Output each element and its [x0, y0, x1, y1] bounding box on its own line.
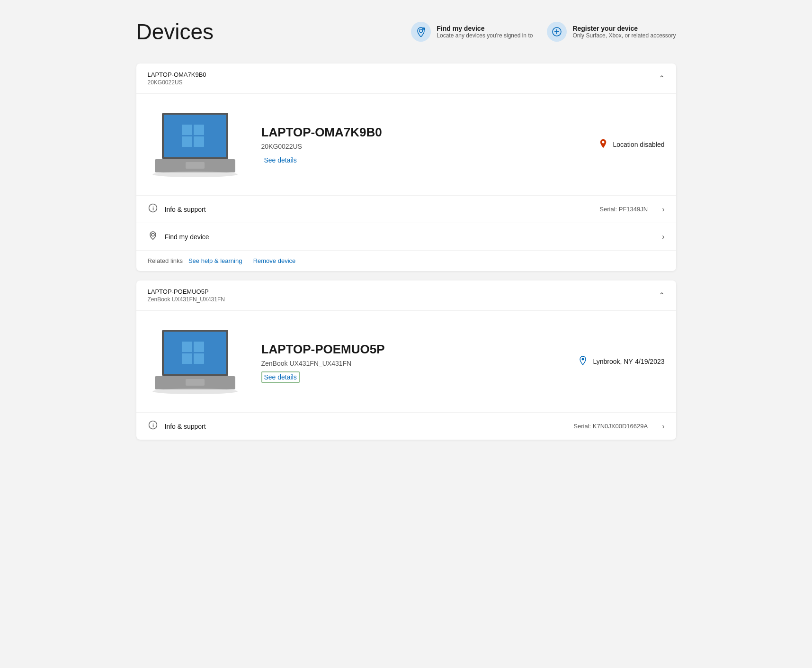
svg-rect-10 [182, 136, 192, 147]
register-device-action[interactable]: Register your device Only Surface, Xbox,… [547, 22, 676, 42]
location-enabled-icon-2 [578, 355, 588, 368]
location-city-2: Lynbrook, NY [593, 358, 633, 365]
device-image-1 [148, 108, 242, 181]
location-info-2: Lynbrook, NY 4/19/2023 [593, 357, 664, 366]
device-model-small-1: 20KG0022US [148, 79, 206, 86]
svg-text:+: + [423, 27, 425, 30]
svg-rect-13 [186, 162, 205, 169]
see-details-link-2[interactable]: See details [261, 371, 300, 383]
device-main-content-1: LAPTOP-OMA7K9B0 20KG0022US See details L… [136, 94, 676, 195]
location-text-1: Location disabled [613, 141, 665, 148]
device-header-text-2: LAPTOP-POEMUO5P ZenBook UX431FN_UX431FN [148, 288, 225, 303]
device-card-1: LAPTOP-OMA7K9B0 20KG0022US ⌃ [136, 63, 676, 271]
find-device-label-1: Find my device [165, 233, 209, 241]
device-name-large-1: LAPTOP-OMA7K9B0 [261, 125, 579, 140]
device-model-text-2: ZenBook UX431FN_UX431FN [261, 360, 559, 367]
device-name-large-2: LAPTOP-POEMUO5P [261, 342, 559, 357]
svg-text:i: i [152, 206, 154, 211]
device-image-2 [148, 325, 242, 398]
device-model-small-2: ZenBook UX431FN_UX431FN [148, 296, 225, 303]
related-links-label-1: Related links [148, 257, 183, 264]
register-device-subtitle: Only Surface, Xbox, or related accessory [572, 32, 676, 39]
info-icon-2: i [148, 420, 158, 432]
find-my-device-action[interactable]: + Find my device Locate any devices you'… [411, 22, 533, 42]
svg-point-14 [152, 172, 238, 177]
device-actions-2: i Info & support Serial: K7N0JX00D16629A… [136, 412, 676, 440]
device-actions-1: i Info & support Serial: PF1349JN › [136, 195, 676, 250]
device-info-1: LAPTOP-OMA7K9B0 20KG0022US See details [261, 125, 579, 164]
chevron-right-info-2: › [662, 422, 664, 431]
link-separator-1 [246, 257, 249, 264]
svg-point-28 [582, 358, 584, 360]
info-support-label-1: Info & support [165, 206, 206, 213]
device-info-2: LAPTOP-POEMUO5P ZenBook UX431FN_UX431FN … [261, 342, 559, 381]
chevron-right-find-1: › [662, 233, 664, 241]
page-title: Devices [136, 19, 214, 45]
device-card-header-1[interactable]: LAPTOP-OMA7K9B0 20KG0022US ⌃ [136, 63, 676, 94]
find-device-title: Find my device [437, 25, 533, 32]
find-icon-1 [148, 231, 158, 243]
info-support-row-1[interactable]: i Info & support Serial: PF1349JN › [136, 196, 676, 223]
svg-rect-20 [164, 332, 226, 374]
svg-rect-21 [182, 342, 192, 352]
device-card-header-2[interactable]: LAPTOP-POEMUO5P ZenBook UX431FN_UX431FN … [136, 280, 676, 311]
svg-rect-24 [194, 353, 204, 364]
see-details-link-1[interactable]: See details [261, 154, 300, 166]
info-support-row-2[interactable]: i Info & support Serial: K7N0JX00D16629A… [136, 413, 676, 440]
svg-rect-22 [194, 342, 204, 352]
find-device-icon: + [411, 22, 431, 42]
device-model-text-1: 20KG0022US [261, 143, 579, 150]
related-links-row-1: Related links See help & learning Remove… [136, 250, 676, 271]
serial-1: Serial: PF1349JN [599, 206, 648, 213]
device-name-small-1: LAPTOP-OMA7K9B0 [148, 71, 206, 78]
svg-rect-26 [186, 379, 205, 386]
svg-point-0 [419, 29, 423, 33]
svg-point-15 [602, 141, 604, 143]
info-support-right-1: Serial: PF1349JN › [599, 205, 664, 214]
info-support-label-2: Info & support [165, 423, 206, 430]
svg-point-18 [152, 234, 154, 236]
location-date-2: 4/19/2023 [635, 358, 664, 365]
device-location-2: Lynbrook, NY 4/19/2023 [578, 355, 664, 368]
device-header-text-1: LAPTOP-OMA7K9B0 20KG0022US [148, 71, 206, 86]
location-disabled-icon-1 [598, 138, 608, 151]
header-actions: + Find my device Locate any devices you'… [411, 22, 676, 42]
find-device-row-1[interactable]: Find my device › [136, 223, 676, 250]
find-device-left-1: Find my device [148, 231, 209, 243]
chevron-right-info-1: › [662, 205, 664, 214]
device-name-small-2: LAPTOP-POEMUO5P [148, 288, 225, 295]
remove-device-link-1[interactable]: Remove device [253, 257, 296, 264]
chevron-up-icon-2: ⌃ [659, 291, 665, 300]
svg-rect-11 [194, 136, 204, 147]
chevron-up-icon-1: ⌃ [659, 74, 665, 83]
device-location-1: Location disabled [598, 138, 665, 151]
serial-2: Serial: K7N0JX00D16629A [573, 423, 648, 430]
svg-rect-9 [194, 125, 204, 135]
device-main-content-2: LAPTOP-POEMUO5P ZenBook UX431FN_UX431FN … [136, 311, 676, 412]
see-help-link-1[interactable]: See help & learning [188, 257, 242, 264]
find-device-text-group: Find my device Locate any devices you're… [437, 25, 533, 39]
svg-rect-8 [182, 125, 192, 135]
register-device-title: Register your device [572, 25, 676, 32]
register-device-text-group: Register your device Only Surface, Xbox,… [572, 25, 676, 39]
info-icon-1: i [148, 203, 158, 215]
svg-point-27 [152, 388, 238, 394]
find-device-right-1: › [662, 233, 664, 241]
svg-rect-7 [164, 115, 226, 157]
info-support-left-1: i Info & support [148, 203, 206, 215]
info-support-right-2: Serial: K7N0JX00D16629A › [573, 422, 664, 431]
svg-text:i: i [152, 423, 154, 428]
find-device-subtitle: Locate any devices you're signed in to [437, 32, 533, 39]
register-device-icon [547, 22, 567, 42]
info-support-left-2: i Info & support [148, 420, 206, 432]
device-card-2: LAPTOP-POEMUO5P ZenBook UX431FN_UX431FN … [136, 280, 676, 440]
svg-rect-23 [182, 353, 192, 364]
